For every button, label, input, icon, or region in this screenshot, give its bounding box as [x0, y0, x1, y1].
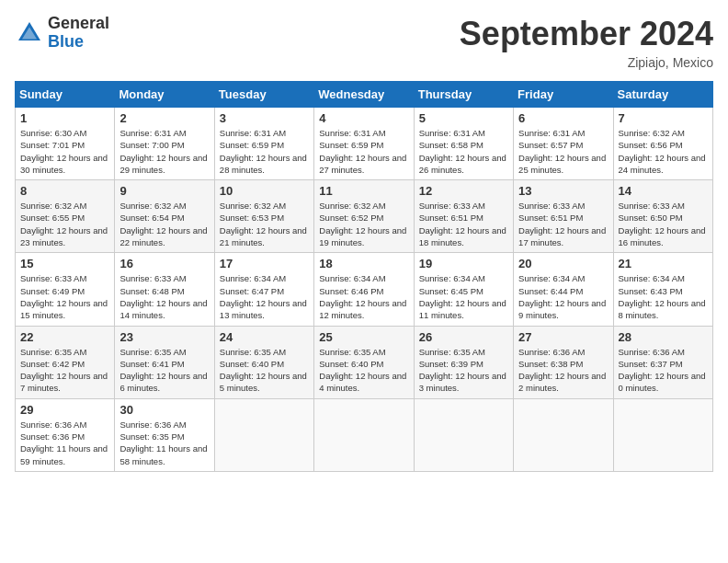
- day-number: 12: [419, 184, 508, 198]
- calendar-cell: 30Sunrise: 6:36 AMSunset: 6:35 PMDayligh…: [115, 398, 214, 471]
- day-number: 9: [119, 184, 209, 198]
- day-number: 11: [319, 184, 408, 198]
- calendar-cell: [414, 398, 513, 471]
- day-info: Sunrise: 6:32 AMSunset: 6:53 PMDaylight:…: [220, 200, 309, 248]
- calendar-cell: 29Sunrise: 6:36 AMSunset: 6:36 PMDayligh…: [16, 398, 115, 471]
- day-info: Sunrise: 6:35 AMSunset: 6:42 PMDaylight:…: [20, 346, 109, 395]
- calendar-cell: 26Sunrise: 6:35 AMSunset: 6:39 PMDayligh…: [414, 326, 513, 398]
- day-number: 13: [518, 184, 608, 198]
- calendar-header-wednesday: Wednesday: [314, 82, 414, 108]
- day-number: 25: [319, 330, 408, 344]
- calendar-cell: [613, 398, 712, 471]
- day-number: 23: [119, 330, 209, 344]
- day-number: 14: [619, 184, 708, 198]
- calendar-cell: 5Sunrise: 6:31 AMSunset: 6:58 PMDaylight…: [414, 108, 513, 180]
- calendar-cell: 14Sunrise: 6:33 AMSunset: 6:50 PMDayligh…: [613, 180, 712, 253]
- calendar-cell: 6Sunrise: 6:31 AMSunset: 6:57 PMDaylight…: [514, 108, 613, 180]
- calendar-cell: 17Sunrise: 6:34 AMSunset: 6:47 PMDayligh…: [214, 253, 313, 326]
- calendar-cell: 28Sunrise: 6:36 AMSunset: 6:37 PMDayligh…: [613, 326, 712, 398]
- calendar-cell: 19Sunrise: 6:34 AMSunset: 6:45 PMDayligh…: [414, 253, 513, 326]
- calendar-header-friday: Friday: [514, 82, 613, 108]
- day-number: 7: [619, 111, 708, 125]
- week-row-1: 1Sunrise: 6:30 AMSunset: 7:01 PMDaylight…: [16, 108, 713, 180]
- day-info: Sunrise: 6:33 AMSunset: 6:49 PMDaylight:…: [20, 272, 109, 321]
- day-info: Sunrise: 6:34 AMSunset: 6:46 PMDaylight:…: [319, 272, 408, 321]
- calendar-header-thursday: Thursday: [414, 82, 513, 108]
- calendar-cell: 11Sunrise: 6:32 AMSunset: 6:52 PMDayligh…: [314, 180, 414, 253]
- calendar-cell: 18Sunrise: 6:34 AMSunset: 6:46 PMDayligh…: [314, 253, 414, 326]
- calendar-cell: 15Sunrise: 6:33 AMSunset: 6:49 PMDayligh…: [16, 253, 115, 326]
- day-info: Sunrise: 6:36 AMSunset: 6:38 PMDaylight:…: [518, 346, 608, 395]
- calendar-cell: 8Sunrise: 6:32 AMSunset: 6:55 PMDaylight…: [16, 180, 115, 253]
- day-info: Sunrise: 6:31 AMSunset: 6:59 PMDaylight:…: [220, 127, 309, 176]
- day-info: Sunrise: 6:31 AMSunset: 6:57 PMDaylight:…: [518, 127, 608, 176]
- calendar-header-monday: Monday: [115, 82, 214, 108]
- day-number: 27: [518, 330, 608, 344]
- location: Zipiajo, Mexico: [460, 55, 713, 70]
- day-info: Sunrise: 6:35 AMSunset: 6:40 PMDaylight:…: [319, 346, 408, 395]
- calendar-header-tuesday: Tuesday: [214, 82, 313, 108]
- day-info: Sunrise: 6:36 AMSunset: 6:37 PMDaylight:…: [619, 346, 708, 395]
- logo-text: General Blue: [48, 15, 109, 52]
- title-block: September 2024 Zipiajo, Mexico: [460, 15, 713, 70]
- day-number: 10: [220, 184, 309, 198]
- day-number: 2: [119, 111, 209, 125]
- calendar-cell: 9Sunrise: 6:32 AMSunset: 6:54 PMDaylight…: [115, 180, 214, 253]
- day-info: Sunrise: 6:33 AMSunset: 6:51 PMDaylight:…: [518, 200, 608, 248]
- day-info: Sunrise: 6:34 AMSunset: 6:45 PMDaylight:…: [419, 272, 508, 321]
- calendar-cell: 12Sunrise: 6:33 AMSunset: 6:51 PMDayligh…: [414, 180, 513, 253]
- day-number: 19: [419, 257, 508, 270]
- day-info: Sunrise: 6:32 AMSunset: 6:56 PMDaylight:…: [619, 127, 708, 176]
- day-info: Sunrise: 6:34 AMSunset: 6:47 PMDaylight:…: [220, 272, 309, 321]
- calendar-cell: 13Sunrise: 6:33 AMSunset: 6:51 PMDayligh…: [514, 180, 613, 253]
- calendar-cell: 24Sunrise: 6:35 AMSunset: 6:40 PMDayligh…: [214, 326, 313, 398]
- calendar-cell: [514, 398, 613, 471]
- day-info: Sunrise: 6:35 AMSunset: 6:39 PMDaylight:…: [419, 346, 508, 395]
- week-row-4: 22Sunrise: 6:35 AMSunset: 6:42 PMDayligh…: [16, 326, 713, 398]
- day-info: Sunrise: 6:33 AMSunset: 6:48 PMDaylight:…: [119, 272, 209, 321]
- calendar-header-sunday: Sunday: [16, 82, 115, 108]
- week-row-5: 29Sunrise: 6:36 AMSunset: 6:36 PMDayligh…: [16, 398, 713, 471]
- week-row-3: 15Sunrise: 6:33 AMSunset: 6:49 PMDayligh…: [16, 253, 713, 326]
- day-info: Sunrise: 6:36 AMSunset: 6:36 PMDaylight:…: [20, 419, 109, 467]
- day-number: 18: [319, 257, 408, 270]
- calendar-cell: [214, 398, 313, 471]
- calendar-cell: 2Sunrise: 6:31 AMSunset: 7:00 PMDaylight…: [115, 108, 214, 180]
- month-title: September 2024: [460, 15, 713, 53]
- calendar-cell: 23Sunrise: 6:35 AMSunset: 6:41 PMDayligh…: [115, 326, 214, 398]
- day-info: Sunrise: 6:34 AMSunset: 6:44 PMDaylight:…: [518, 272, 608, 321]
- day-info: Sunrise: 6:32 AMSunset: 6:54 PMDaylight:…: [119, 200, 209, 248]
- day-number: 8: [20, 184, 109, 198]
- calendar-cell: 4Sunrise: 6:31 AMSunset: 6:59 PMDaylight…: [314, 108, 414, 180]
- calendar-cell: 7Sunrise: 6:32 AMSunset: 6:56 PMDaylight…: [613, 108, 712, 180]
- calendar-cell: [314, 398, 414, 471]
- calendar-cell: 21Sunrise: 6:34 AMSunset: 6:43 PMDayligh…: [613, 253, 712, 326]
- logo: General Blue: [15, 15, 109, 52]
- day-number: 4: [319, 111, 408, 125]
- calendar-cell: 10Sunrise: 6:32 AMSunset: 6:53 PMDayligh…: [214, 180, 313, 253]
- calendar-cell: 1Sunrise: 6:30 AMSunset: 7:01 PMDaylight…: [16, 108, 115, 180]
- day-number: 24: [220, 330, 309, 344]
- calendar-cell: 16Sunrise: 6:33 AMSunset: 6:48 PMDayligh…: [115, 253, 214, 326]
- week-row-2: 8Sunrise: 6:32 AMSunset: 6:55 PMDaylight…: [16, 180, 713, 253]
- day-info: Sunrise: 6:36 AMSunset: 6:35 PMDaylight:…: [119, 419, 209, 467]
- day-number: 30: [119, 403, 209, 417]
- day-info: Sunrise: 6:31 AMSunset: 6:58 PMDaylight:…: [419, 127, 508, 176]
- day-info: Sunrise: 6:32 AMSunset: 6:52 PMDaylight:…: [319, 200, 408, 248]
- day-number: 22: [20, 330, 109, 344]
- calendar-cell: 25Sunrise: 6:35 AMSunset: 6:40 PMDayligh…: [314, 326, 414, 398]
- day-number: 21: [619, 257, 708, 270]
- day-info: Sunrise: 6:34 AMSunset: 6:43 PMDaylight:…: [619, 272, 708, 321]
- day-info: Sunrise: 6:33 AMSunset: 6:50 PMDaylight:…: [619, 200, 708, 248]
- logo-icon: [15, 18, 44, 48]
- day-number: 15: [20, 257, 109, 270]
- calendar: SundayMondayTuesdayWednesdayThursdayFrid…: [15, 81, 713, 472]
- day-info: Sunrise: 6:33 AMSunset: 6:51 PMDaylight:…: [419, 200, 508, 248]
- day-info: Sunrise: 6:31 AMSunset: 7:00 PMDaylight:…: [119, 127, 209, 176]
- calendar-header-saturday: Saturday: [613, 82, 712, 108]
- day-info: Sunrise: 6:31 AMSunset: 6:59 PMDaylight:…: [319, 127, 408, 176]
- calendar-header-row: SundayMondayTuesdayWednesdayThursdayFrid…: [16, 82, 713, 108]
- logo-general: General: [48, 15, 109, 33]
- day-number: 17: [220, 257, 309, 270]
- day-number: 29: [20, 403, 109, 417]
